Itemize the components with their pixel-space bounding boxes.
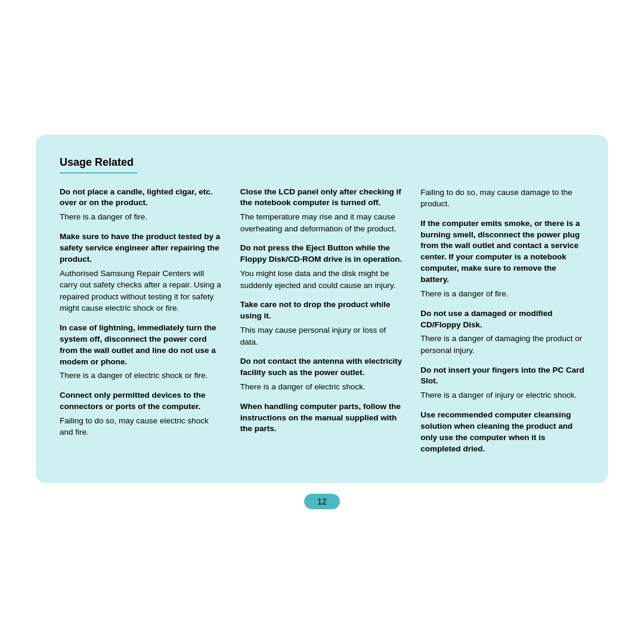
item-lightning: In case of lightning, immediately turn t… [60, 323, 224, 382]
item-antenna-body: There is a danger of electric shock. [240, 381, 404, 393]
item-eject-heading: Do not press the Eject Button while the … [240, 243, 404, 265]
item-smoke-heading: If the computer emits smoke, or there is… [420, 218, 584, 286]
item-lcd: Close the LCD panel only after checking … [240, 187, 404, 235]
item-tested-heading: Make sure to have the product tested by … [60, 231, 224, 265]
title-underline [60, 172, 137, 174]
content-grid: Do not place a candle, lighted cigar, et… [60, 187, 584, 466]
page-wrapper: Usage Related Do not place a candle, lig… [0, 0, 644, 644]
section-title: Usage Related [60, 156, 584, 169]
item-damaged-disk-heading: Do not use a damaged or modified CD/Flop… [420, 308, 584, 331]
item-eject: Do not press the Eject Button while the … [240, 243, 404, 291]
item-fingers-body: There is a danger of injury or electric … [420, 389, 584, 401]
item-lcd-body: The temperature may rise and it may caus… [240, 211, 404, 234]
item-connect-body: Failing to do so, may cause electric sho… [60, 415, 224, 438]
item-cleansing: Use recommended computer cleansing solut… [420, 410, 584, 457]
item-drop: Take care not to drop the product while … [240, 299, 404, 348]
item-smoke-body: There is a danger of fire. [420, 288, 584, 300]
item-manual: When handling computer parts, follow the… [240, 401, 404, 438]
item-smoke: If the computer emits smoke, or there is… [420, 218, 584, 300]
item-fingers-heading: Do not insert your fingers into the PC C… [420, 365, 584, 388]
item-tested-body: Authorised Samsung Repair Centers will c… [60, 268, 224, 314]
column-2: Close the LCD panel only after checking … [240, 187, 404, 466]
item-manual-heading: When handling computer parts, follow the… [240, 401, 404, 435]
item-fingers: Do not insert your fingers into the PC C… [420, 365, 584, 401]
item-drop-body: This may cause personal injury or loss o… [240, 324, 404, 348]
item-damaged-disk: Do not use a damaged or modified CD/Flop… [420, 308, 584, 357]
item-drop-heading: Take care not to drop the product while … [240, 299, 404, 322]
item-connect-heading: Connect only permitted devices to the co… [60, 390, 224, 413]
item-lightning-heading: In case of lightning, immediately turn t… [60, 323, 224, 368]
item-failing-body: Failing to do so, may cause damage to th… [420, 187, 584, 210]
item-damaged-disk-body: There is a danger of damaging the produc… [420, 333, 584, 356]
item-candle-heading: Do not place a candle, lighted cigar, et… [60, 187, 224, 209]
item-antenna-heading: Do not contact the antenna with electric… [240, 356, 404, 379]
item-connect: Connect only permitted devices to the co… [60, 390, 224, 438]
main-card: Usage Related Do not place a candle, lig… [36, 135, 608, 484]
item-lightning-body: There is a danger of electric shock or f… [60, 370, 224, 382]
item-failing: Failing to do so, may cause damage to th… [420, 187, 584, 210]
item-tested: Make sure to have the product tested by … [60, 231, 224, 314]
item-candle: Do not place a candle, lighted cigar, et… [60, 187, 224, 223]
item-candle-body: There is a danger of fire. [60, 211, 224, 223]
item-lcd-heading: Close the LCD panel only after checking … [240, 187, 404, 209]
column-1: Do not place a candle, lighted cigar, et… [60, 187, 224, 466]
item-antenna: Do not contact the antenna with electric… [240, 356, 404, 392]
column-3: Failing to do so, may cause damage to th… [420, 187, 584, 466]
page-number-area: 12 [304, 494, 340, 509]
page-number-badge: 12 [304, 494, 340, 509]
item-cleansing-heading: Use recommended computer cleansing solut… [420, 410, 584, 455]
item-eject-body: You might lose data and the disk might b… [240, 268, 404, 291]
